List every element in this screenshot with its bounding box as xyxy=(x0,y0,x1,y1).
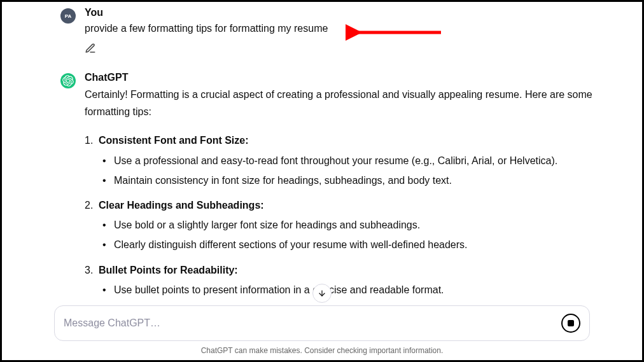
tip-title: Clear Headings and Subheadings: xyxy=(85,197,604,214)
assistant-tips-list: Consistent Font and Font Size: Use a pro… xyxy=(85,132,604,309)
assistant-message-body: ChatGPT Certainly! Formatting is a cruci… xyxy=(85,72,604,309)
composer-area: ChatGPT can make mistakes. Consider chec… xyxy=(2,305,642,360)
stop-generating-button[interactable] xyxy=(561,314,580,333)
tip-point: Maintain consistency in font size for he… xyxy=(102,172,604,189)
user-sender-label: You xyxy=(85,7,604,18)
tip-point: Clearly distinguish different sections o… xyxy=(102,236,604,253)
conversation-scroll: PA You provide a few formatting tips for… xyxy=(2,2,642,309)
tip-points: Use a professional and easy-to-read font… xyxy=(85,152,604,189)
app-frame: PA You provide a few formatting tips for… xyxy=(0,0,644,362)
user-message-body: You provide a few formatting tips for fo… xyxy=(85,7,604,57)
tip-point: Use bullet points to present information… xyxy=(102,281,604,298)
user-prompt-text: provide a few formatting tips for format… xyxy=(85,21,604,36)
assistant-avatar xyxy=(60,73,76,88)
arrow-down-icon xyxy=(318,289,326,298)
message-input[interactable] xyxy=(64,317,561,329)
tip-item: Clear Headings and Subheadings: Use bold… xyxy=(85,197,604,254)
tip-item: Consistent Font and Font Size: Use a pro… xyxy=(85,132,604,189)
tip-points: Use bold or a slightly larger font size … xyxy=(85,216,604,253)
conversation-content: PA You provide a few formatting tips for… xyxy=(2,2,642,309)
scroll-to-bottom-button[interactable] xyxy=(312,284,332,303)
assistant-message: ChatGPT Certainly! Formatting is a cruci… xyxy=(60,72,604,309)
user-avatar-initials: PA xyxy=(65,13,72,19)
user-message: PA You provide a few formatting tips for… xyxy=(60,7,604,57)
tip-point: Use bold or a slightly larger font size … xyxy=(102,216,604,233)
assistant-intro-text: Certainly! Formatting is a crucial aspec… xyxy=(85,86,604,120)
tip-point: Use a professional and easy-to-read font… xyxy=(102,152,604,169)
tip-item: Bullet Points for Readability: Use bulle… xyxy=(85,261,604,310)
edit-icon[interactable] xyxy=(85,43,96,54)
tip-title: Consistent Font and Font Size: xyxy=(85,132,604,149)
user-message-actions xyxy=(85,43,604,57)
user-avatar: PA xyxy=(60,8,76,24)
disclaimer-text: ChatGPT can make mistakes. Consider chec… xyxy=(54,346,590,355)
tip-title: Bullet Points for Readability: xyxy=(85,261,604,279)
stop-icon xyxy=(568,320,574,326)
assistant-sender-label: ChatGPT xyxy=(85,72,604,83)
composer xyxy=(54,305,590,341)
